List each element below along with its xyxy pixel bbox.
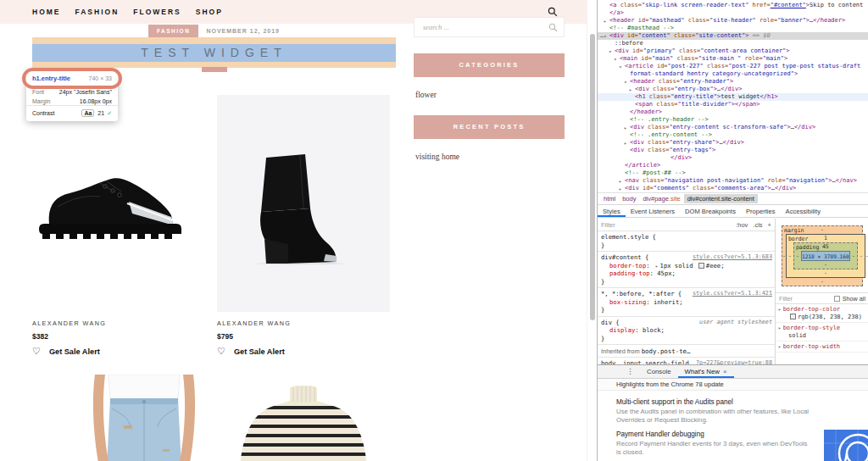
dom-line[interactable]: <!-- #masthead --> [598, 25, 868, 32]
style-rule[interactable]: style.css?ver=5.1.3:421*, *:before, *:af… [598, 288, 775, 317]
computed-property[interactable]: ▸border-top-width [776, 342, 868, 353]
dom-line[interactable]: ▸<div class="entry-content sc-transform-… [598, 124, 868, 131]
style-property[interactable]: border-top: ▸1px solid #eee; [601, 262, 772, 270]
boxmodel-content[interactable]: 1218 × 3789.160 [801, 251, 850, 261]
dom-line[interactable]: ▾<main id="main" class="site-main " role… [598, 55, 868, 63]
product-brand[interactable]: ALEXANDER WANG [32, 319, 203, 327]
expand-arrow-icon[interactable]: ▾ [604, 32, 609, 40]
boxmodel-margin[interactable]: margin- - border1 - padding45 - 1218 × 3… [782, 225, 863, 286]
dom-line[interactable]: <!-- .entry-header --> [598, 116, 868, 124]
tab-dom-breakpoints[interactable]: DOM Breakpoints [680, 205, 741, 217]
search-icon[interactable] [548, 23, 558, 32]
stylesheet-link[interactable]: style.css?ver=5.1.3:421 [693, 290, 772, 298]
dom-line[interactable]: <!-- .entry-content --> [598, 131, 868, 139]
close-icon[interactable]: × [723, 368, 727, 375]
nav-item-flowers[interactable]: FLOWERS [133, 8, 181, 16]
breadcrumb-item[interactable]: div#page.site [639, 194, 683, 203]
dom-line[interactable]: ::before [598, 40, 868, 47]
tab-styles[interactable]: Styles [598, 205, 626, 217]
stylesheet-link[interactable]: style.css?ver=5.1.3:683 [693, 253, 772, 262]
dom-line[interactable]: ▾<div id="primary" class="content-area c… [598, 47, 868, 55]
expand-arrow-icon[interactable]: ▸ [619, 185, 625, 192]
drawer-menu-icon[interactable]: ⋮ [626, 367, 634, 375]
checkbox-icon[interactable] [834, 296, 840, 302]
product-image-oxford-shoe[interactable] [32, 95, 203, 312]
pseudo-toggle[interactable]: .cls [753, 221, 762, 229]
page-scrollbar[interactable] [587, 0, 597, 461]
dom-line[interactable]: </div> [598, 154, 868, 162]
product-image-jeans[interactable] [32, 375, 203, 461]
tab-event-listeners[interactable]: Event Listeners [626, 205, 680, 217]
node-menu-icon[interactable]: … [600, 32, 604, 40]
inherited-node-link[interactable]: body.post-te… [642, 347, 691, 355]
expand-arrow-icon[interactable]: ▸ [629, 86, 635, 93]
expand-arrow-icon[interactable]: ▸ [604, 17, 609, 25]
product-image-striped-sweater[interactable] [217, 386, 390, 461]
computed-property[interactable]: ▸border-top-stylesolid [776, 323, 868, 342]
dom-line[interactable]: ▸<div class="entry-share">…</div> [598, 139, 868, 147]
computed-property[interactable]: ▸border-top-colorrgb(238, 238, 238) [776, 304, 868, 323]
style-rule[interactable]: user agent stylesheetdiv {display: block… [598, 317, 775, 346]
expand-arrow-icon[interactable]: ▸ [778, 343, 782, 349]
style-property[interactable]: box-sizing: inherit; [601, 298, 772, 307]
dom-line[interactable]: <div class="entry-tags"> [598, 147, 868, 154]
expand-arrow-icon[interactable]: ▾ [624, 78, 630, 86]
tab-accessibility[interactable]: Accessibility [781, 205, 826, 217]
dom-line[interactable]: ▸<header id="masthead" class="site-heade… [598, 17, 868, 25]
dom-line[interactable]: ▸<div class="entry-box">…</div> [598, 86, 868, 93]
dom-line[interactable]: <span class="title-divider"></span> [598, 101, 868, 108]
expand-arrow-icon[interactable]: ▾ [614, 55, 620, 63]
search-input[interactable] [414, 17, 565, 37]
dom-line[interactable]: ▾<header class="entry-header"> [598, 78, 868, 86]
style-property[interactable]: padding-top: 45px; [601, 269, 772, 278]
dom-line[interactable]: </a> [598, 9, 868, 17]
breadcrumb-item[interactable]: html [600, 194, 619, 203]
style-rule[interactable]: element.style {} [598, 231, 775, 252]
nav-item-shop[interactable]: SHOP [196, 8, 223, 16]
nav-item-fashion[interactable]: FASHION [75, 8, 120, 16]
drawer-tab-console[interactable]: Console [640, 365, 678, 378]
heart-icon[interactable]: ♡ [217, 347, 225, 356]
dom-line[interactable]: format-standard hentry category-uncatego… [598, 70, 868, 78]
dom-line[interactable]: ▸<nav class="navigation post-navigation"… [598, 177, 868, 185]
tab-properties[interactable]: Properties [741, 205, 781, 217]
sidebar-link[interactable]: flower [415, 91, 565, 99]
dom-line[interactable]: <!-- #post-## --> [598, 169, 868, 177]
boxmodel-padding[interactable]: padding45 - 1218 × 3789.160 - - [793, 242, 858, 269]
nav-item-home[interactable]: HOME [32, 8, 61, 16]
computed-filter-input[interactable]: Filter [779, 295, 793, 303]
expand-arrow-icon[interactable]: ▸ [778, 306, 782, 312]
style-property[interactable]: display: block; [601, 326, 772, 335]
dom-line[interactable]: </header> [598, 108, 868, 116]
breadcrumb-item[interactable]: div#content.site-content [684, 194, 758, 203]
expand-arrow-icon[interactable]: ▸ [655, 263, 659, 269]
heart-icon[interactable]: ♡ [32, 347, 41, 356]
breadcrumb-item[interactable]: body [619, 194, 639, 203]
style-rule[interactable]: style.css?ver=5.1.3:683div#content {bord… [598, 252, 775, 288]
boxmodel-border[interactable]: border1 - padding45 - 1218 × 3789.160 - … [786, 234, 865, 278]
dom-line[interactable]: …▾<div id="content" class="site-content"… [598, 32, 868, 40]
expand-arrow-icon[interactable]: ▸ [619, 177, 625, 185]
get-sale-alert-button[interactable]: ♡ Get Sale Alert [32, 347, 203, 356]
drawer-tab-what-s-new[interactable]: What's New× [678, 365, 734, 378]
stylesheet-link[interactable]: user agent stylesheet [699, 319, 772, 327]
color-swatch-icon[interactable] [698, 263, 704, 269]
expand-arrow-icon[interactable]: ▾ [609, 47, 615, 55]
show-all-toggle[interactable]: Show all [834, 295, 865, 303]
product-brand[interactable]: ALEXANDER WANG [217, 319, 390, 327]
style-rule[interactable]: ?p=227&preview=true:88body, input.search… [598, 358, 775, 364]
expand-arrow-icon[interactable]: ▸ [778, 325, 782, 330]
dom-line[interactable]: <a class="skip-link screen-reader-text" … [598, 2, 868, 9]
dom-line[interactable]: </article> [598, 162, 868, 169]
expand-arrow-icon[interactable]: ▾ [619, 63, 625, 70]
dom-line[interactable]: ▾<article id="post-227" class="post-227 … [598, 63, 868, 70]
sidebar-link[interactable]: visiting home [415, 153, 565, 161]
dom-line[interactable]: <h1 class="entry-title">test widget</h1> [598, 93, 868, 101]
styles-filter-input[interactable]: Filter [601, 221, 615, 229]
expand-arrow-icon[interactable]: ▸ [624, 124, 630, 131]
category-tag[interactable]: FASHION [148, 25, 198, 37]
pseudo-toggle[interactable]: :hov [736, 221, 748, 229]
pseudo-toggle[interactable]: + [768, 221, 771, 229]
get-sale-alert-button[interactable]: ♡ Get Sale Alert [217, 347, 390, 356]
scrollbar-thumb[interactable] [590, 34, 595, 320]
